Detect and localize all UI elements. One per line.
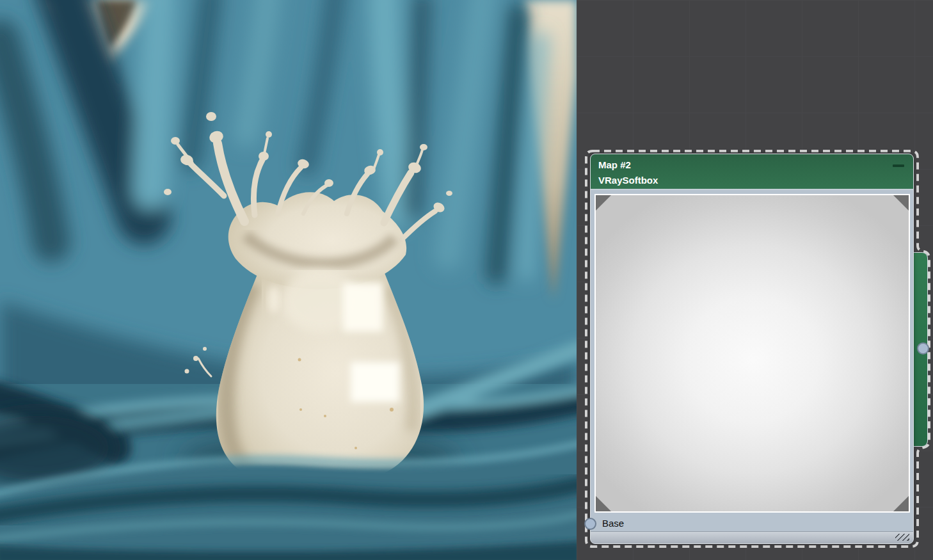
- material-node[interactable]: Map #2 VRaySoftbox Base: [590, 154, 914, 544]
- preview-corner-icon: [596, 496, 611, 511]
- node-footer: [591, 531, 913, 543]
- node-title: Map #2: [598, 157, 905, 173]
- input-socket-icon[interactable]: [584, 518, 596, 530]
- preview-corner-icon: [893, 496, 909, 511]
- render-preview-image: [0, 0, 577, 560]
- node-subtitle: VRaySoftbox: [598, 173, 905, 188]
- output-socket-icon[interactable]: [917, 342, 929, 355]
- minimize-icon[interactable]: [893, 164, 904, 167]
- preview-corner-icon: [596, 195, 611, 211]
- resize-grip-icon[interactable]: [895, 534, 909, 541]
- node-editor-canvas[interactable]: Map #2 VRaySoftbox Base: [577, 0, 933, 560]
- vase-render-art: [0, 0, 577, 560]
- input-slot-row[interactable]: Base: [591, 515, 913, 533]
- node-header[interactable]: Map #2 VRaySoftbox: [591, 154, 913, 190]
- softbox-preview-thumbnail[interactable]: [594, 194, 910, 513]
- input-slot-label: Base: [602, 518, 624, 529]
- preview-corner-icon: [893, 195, 909, 211]
- slate-material-editor-window: Map #2 VRaySoftbox Base: [0, 0, 933, 560]
